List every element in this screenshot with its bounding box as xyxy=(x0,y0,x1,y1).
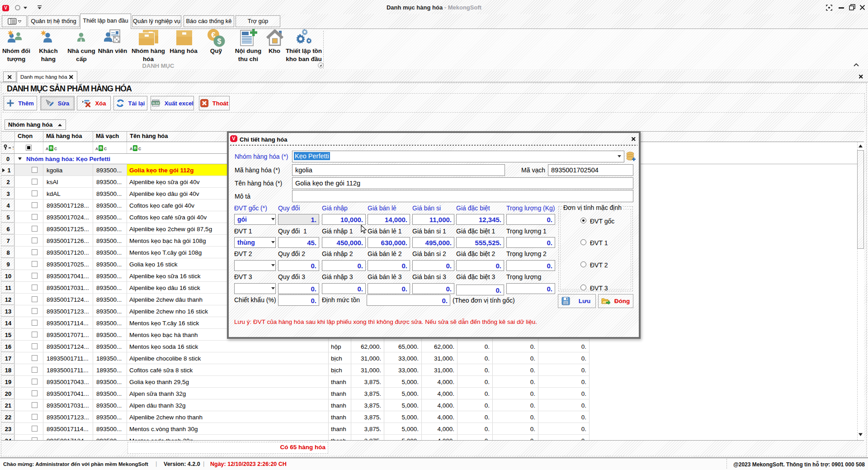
svg-text:$: $ xyxy=(217,38,222,45)
svg-text:XLSX: XLSX xyxy=(152,102,160,104)
